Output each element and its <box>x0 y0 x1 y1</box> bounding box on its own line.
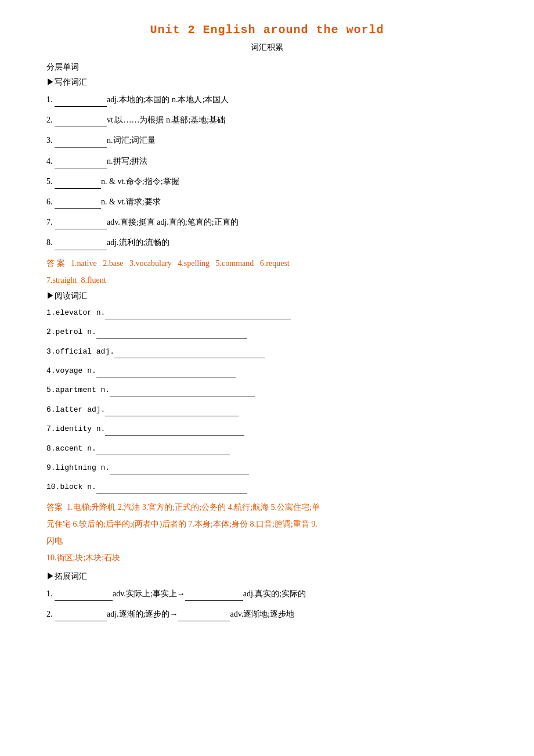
reading-item-7: 7.identity n. <box>46 422 488 435</box>
writing-item-5: 5. n. & vt.命令;指令;掌握 <box>46 174 488 189</box>
answer-content: 1.native 2.base 3.vocabulary 4.spelling … <box>71 259 290 268</box>
item-desc: vt.以……为根据 n.基部;基地;基础 <box>107 116 225 124</box>
reading-answer-row4: 10.街区;块;木块;石块 <box>46 550 488 565</box>
section1-label: 分层单词 <box>46 62 488 73</box>
reading-item-8: 8.accent n. <box>46 442 488 455</box>
expand-vocab-header: ▶拓展词汇 <box>46 571 488 582</box>
item-desc: n.拼写;拼法 <box>107 157 147 165</box>
subtitle: 词汇积累 <box>46 42 488 53</box>
writing-item-7: 7. adv.直接;挺直 adj.直的;笔直的;正直的 <box>46 215 488 229</box>
writing-item-6: 6. n. & vt.请求;要求 <box>46 195 488 209</box>
reading-vocab-header: ▶阅读词汇 <box>46 291 488 301</box>
expand-item-2: 2. adj.逐渐的;逐步的→adv.逐渐地;逐步地 <box>46 607 488 621</box>
writing-item-4: 4. n.拼写;拼法 <box>46 154 488 168</box>
item-num: 7. <box>46 218 55 226</box>
reading-item-1: 1.elevator n. <box>46 306 488 319</box>
item-num: 2. <box>46 116 55 124</box>
reading-item-4: 4.voyage n. <box>46 364 488 377</box>
writing-item-2: 2. vt.以……为根据 n.基部;基地;基础 <box>46 113 488 127</box>
reading-item-2: 2.petrol n. <box>46 325 488 339</box>
reading-item-9: 9.lightning n. <box>46 461 488 474</box>
reading-answer-row1: 答案 1.电梯;升降机 2.汽油 3.官方的;正式的;公务的 4.航行;航海 5… <box>46 500 488 514</box>
writing-item-1: 1. adj.本地的;本国的 n.本地人;本国人 <box>46 92 488 107</box>
item-num: 6. <box>46 197 55 206</box>
item-desc: adv.直接;挺直 adj.直的;笔直的;正直的 <box>107 218 239 226</box>
item-desc: n. & vt.命令;指令;掌握 <box>101 177 179 186</box>
page-title: Unit 2 English around the world <box>46 23 488 37</box>
item-num: 4. <box>46 157 55 165</box>
item-desc: adj.流利的;流畅的 <box>107 238 170 247</box>
writing-answer-row2: 7.straight 8.fluent <box>46 273 488 287</box>
reading-answer-row2: 元住宅 6.较后的;后半的;(两者中)后者的 7.本身;本体;身份 8.口音;腔… <box>46 517 488 531</box>
writing-answer-row1: 答 案 1.native 2.base 3.vocabulary 4.spell… <box>46 256 488 271</box>
reading-item-10: 10.block n. <box>46 480 488 494</box>
item-desc: adj.本地的;本国的 n.本地人;本国人 <box>107 95 229 104</box>
answer-content2: 7.straight 8.fluent <box>46 276 106 285</box>
item-num: 3. <box>46 136 55 145</box>
item-num: 5. <box>46 177 55 186</box>
item-num: 1. <box>46 95 55 104</box>
expand-item-1: 1. adv.实际上;事实上→adj.真实的;实际的 <box>46 586 488 601</box>
item-num: 8. <box>46 238 55 247</box>
writing-item-3: 3. n.词汇;词汇量 <box>46 133 488 147</box>
reading-answer-row3: 闪电 <box>46 534 488 548</box>
item-desc: n. & vt.请求;要求 <box>101 197 161 206</box>
item-desc: n.词汇;词汇量 <box>107 136 156 145</box>
reading-item-3: 3.official adj. <box>46 345 488 358</box>
writing-item-8: 8. adj.流利的;流畅的 <box>46 235 488 250</box>
writing-vocab-header: ▶写作词汇 <box>46 77 488 88</box>
answer-label: 答 案 <box>46 259 71 268</box>
reading-item-5: 5.apartment n. <box>46 383 488 397</box>
reading-item-6: 6.latter adj. <box>46 403 488 416</box>
